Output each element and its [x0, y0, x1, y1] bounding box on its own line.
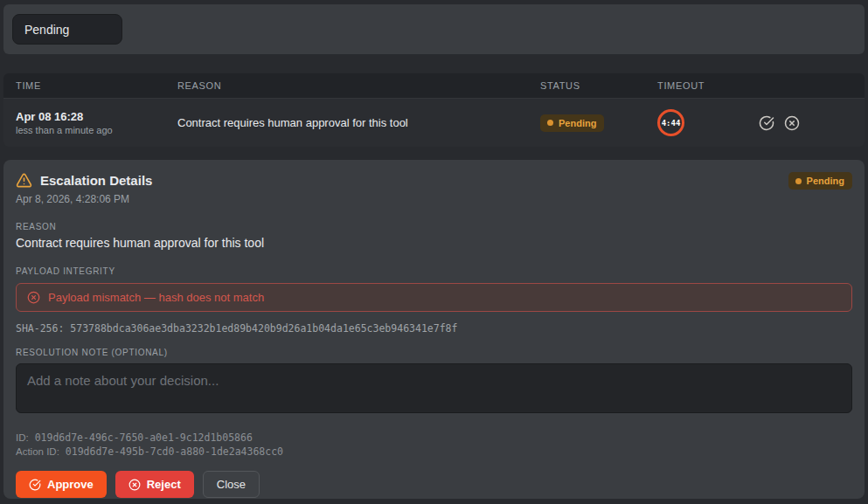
- escalations-table: TIME REASON STATUS TIMEOUT Apr 08 16:28 …: [3, 73, 865, 147]
- status-filter-select[interactable]: Pending: [12, 14, 122, 45]
- warning-icon: [16, 172, 32, 189]
- status-cell: Pending: [540, 114, 657, 132]
- approve-row-button[interactable]: [759, 115, 774, 131]
- approve-button-label: Approve: [47, 478, 94, 491]
- status-dot-icon: [795, 178, 802, 184]
- reason-value: Contract requires human approval for thi…: [16, 236, 852, 250]
- close-button[interactable]: Close: [203, 471, 260, 498]
- payload-mismatch-alert: Payload mismatch — hash does not match: [16, 283, 852, 312]
- table-header: TIME REASON STATUS TIMEOUT: [3, 73, 865, 98]
- circle-check-icon: [759, 115, 774, 131]
- circle-x-icon: [128, 479, 141, 491]
- circle-x-icon: [27, 291, 40, 304]
- details-title: Escalation Details: [40, 173, 152, 188]
- decision-buttons: Approve Reject Close: [16, 471, 852, 498]
- filter-bar: Pending: [3, 4, 865, 54]
- reject-button[interactable]: Reject: [115, 471, 194, 498]
- reject-button-label: Reject: [147, 478, 181, 491]
- countdown-timer: 4:44: [657, 109, 684, 136]
- column-header-time: TIME: [3, 80, 177, 91]
- payload-mismatch-text: Payload mismatch — hash does not match: [48, 291, 264, 304]
- status-badge: Pending: [540, 114, 604, 132]
- column-header-timeout: TIMEOUT: [657, 80, 759, 91]
- sha256-line: SHA-256: 573788bdca306ae3dba3232b1ed89b4…: [16, 322, 852, 335]
- column-header-reason: REASON: [177, 80, 540, 91]
- timeout-cell: 4:44: [657, 109, 759, 136]
- escalation-details-panel: Escalation Details Apr 8, 2026, 4:28:06 …: [3, 160, 865, 499]
- action-id-value: 019d6d7e-495b-7cd0-a880-1de2a4368cc0: [66, 445, 283, 458]
- sha256-value: 573788bdca306ae3dba3232b1ed89b420b9d26a1…: [70, 322, 457, 335]
- escalation-id-line: ID: 019d6d7e-496c-7650-a0e1-9c12d1b05866: [16, 431, 852, 445]
- status-filter-value: Pending: [24, 23, 69, 37]
- close-button-label: Close: [217, 478, 246, 491]
- details-header: Escalation Details Apr 8, 2026, 4:28:06 …: [16, 172, 852, 205]
- reject-row-button[interactable]: [784, 115, 800, 131]
- row-time-relative: less than a minute ago: [16, 125, 177, 135]
- circle-check-icon: [29, 479, 41, 491]
- status-dot-icon: [547, 120, 553, 126]
- action-id-label: Action ID:: [16, 446, 59, 457]
- escalation-id-label: ID:: [16, 432, 29, 443]
- row-time: Apr 08 16:28: [16, 110, 177, 123]
- payload-integrity-label: PAYLOAD INTEGRITY: [16, 266, 852, 276]
- details-status-badge: Pending: [788, 172, 852, 190]
- sha256-label: SHA-256:: [16, 322, 64, 335]
- reason-label: REASON: [16, 222, 852, 231]
- id-block: ID: 019d6d7e-496c-7650-a0e1-9c12d1b05866…: [16, 431, 852, 459]
- action-id-line: Action ID: 019d6d7e-495b-7cd0-a880-1de2a…: [16, 445, 852, 459]
- reason-cell: Contract requires human approval for thi…: [177, 116, 540, 129]
- escalation-id-value: 019d6d7e-496c-7650-a0e1-9c12d1b05866: [35, 432, 253, 444]
- approve-button[interactable]: Approve: [16, 471, 107, 498]
- time-cell: Apr 08 16:28 less than a minute ago: [3, 110, 177, 135]
- details-timestamp: Apr 8, 2026, 4:28:06 PM: [16, 193, 152, 205]
- page: { "colors": { "accent_amber": "#e8a33d",…: [0, 0, 868, 504]
- resolution-note-label: RESOLUTION NOTE (OPTIONAL): [16, 348, 852, 357]
- row-actions: [759, 115, 865, 131]
- circle-x-icon: [784, 115, 800, 131]
- status-badge-label: Pending: [559, 118, 596, 128]
- details-status-label: Pending: [807, 176, 844, 186]
- column-header-status: STATUS: [540, 80, 657, 91]
- resolution-note-input[interactable]: [16, 363, 852, 413]
- table-row[interactable]: Apr 08 16:28 less than a minute ago Cont…: [3, 98, 865, 147]
